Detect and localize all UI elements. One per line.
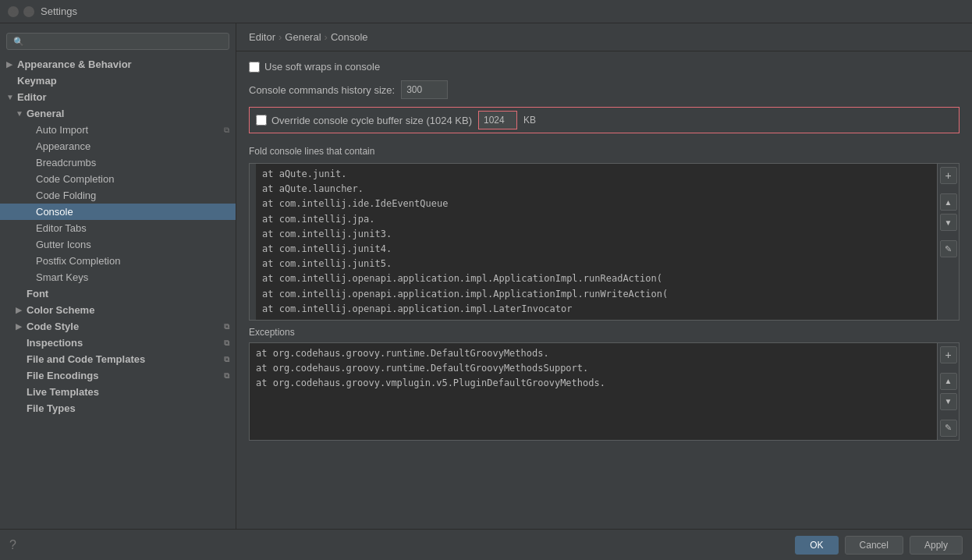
sidebar-item-label: Gutter Icons <box>36 239 91 250</box>
soft-wraps-checkbox-label[interactable]: Use soft wraps in console <box>249 61 380 73</box>
arrow-icon: ▶ <box>6 60 14 69</box>
sidebar-item-label: Appearance & Behavior <box>17 58 132 70</box>
footer: ? OK Cancel Apply <box>0 529 972 560</box>
soft-wraps-row: Use soft wraps in console <box>249 61 960 73</box>
window-controls: ✕ — <box>8 6 34 17</box>
search-input[interactable] <box>27 36 222 47</box>
soft-wraps-checkbox[interactable] <box>249 62 260 73</box>
sidebar-item-label: Smart Keys <box>36 271 88 283</box>
fold-list-item: at com.intellij.junit4. <box>262 242 931 257</box>
exc-scrollbar-up[interactable]: ▲ <box>940 373 957 390</box>
history-size-label: Console commands history size: <box>249 84 395 96</box>
fold-list-item: at aQute.junit. <box>262 167 931 182</box>
sidebar-item-label: Live Templates <box>27 386 99 398</box>
breadcrumb-sep2: › <box>325 31 328 43</box>
sidebar-item-live-templates[interactable]: Live Templates <box>0 384 236 400</box>
sidebar-item-file-code-templates[interactable]: File and Code Templates ⧉ <box>0 351 236 367</box>
sidebar-item-code-completion[interactable]: Code Completion <box>0 171 236 187</box>
sidebar-item-label: General <box>27 108 64 119</box>
cycle-buffer-checkbox[interactable] <box>256 115 267 126</box>
sidebar-item-inspections[interactable]: Inspections ⧉ <box>0 335 236 351</box>
content-area: Editor › General › Console Use soft wrap… <box>236 23 972 529</box>
sidebar-item-appearance[interactable]: Appearance <box>0 138 236 154</box>
exceptions-list-area[interactable]: at org.codehaus.groovy.runtime.DefaultGr… <box>250 343 937 440</box>
fold-section-title: Fold console lines that contain <box>249 141 960 161</box>
sidebar-item-label: Console <box>36 206 73 218</box>
sidebar-item-postfix-completion[interactable]: Postfix Completion <box>0 253 236 269</box>
copy-icon: ⧉ <box>224 371 229 381</box>
sidebar-item-label: Postfix Completion <box>36 255 120 267</box>
breadcrumb-general: General <box>285 31 321 43</box>
footer-buttons: OK Cancel Apply <box>795 536 963 555</box>
fold-list-item: at com.intellij.ide.IdeEventQueue <box>262 197 931 211</box>
copy-icon: ⧉ <box>224 338 229 348</box>
kb-label: KB <box>523 115 536 126</box>
sidebar-item-editor[interactable]: ▼ Editor <box>0 89 236 105</box>
add-exception-button[interactable]: + <box>940 346 957 363</box>
sidebar-item-label: Font <box>27 288 48 299</box>
sidebar-item-breadcrumbs[interactable]: Breadcrumbs <box>0 154 236 171</box>
breadcrumb-editor: Editor <box>249 31 275 43</box>
exception-list-item: at org.codehaus.groovy.runtime.DefaultGr… <box>256 346 931 361</box>
sidebar-item-appearance-behavior[interactable]: ▶ Appearance & Behavior <box>0 56 236 73</box>
exceptions-container: at org.codehaus.groovy.runtime.DefaultGr… <box>249 342 960 441</box>
edit-fold-button[interactable]: ✎ <box>940 240 957 257</box>
sidebar-item-editor-tabs[interactable]: Editor Tabs <box>0 220 236 236</box>
fold-section: Fold console lines that contain at aQute… <box>249 141 960 321</box>
cycle-buffer-input[interactable] <box>478 111 517 129</box>
sidebar-item-color-scheme[interactable]: ▶ Color Scheme <box>0 302 236 318</box>
fold-list-item: at com.intellij.junit5. <box>262 257 931 271</box>
minimize-button[interactable]: — <box>23 6 34 17</box>
cycle-buffer-checkbox-label[interactable]: Override console cycle buffer size (1024… <box>256 115 472 126</box>
sidebar-item-file-types[interactable]: File Types <box>0 400 236 416</box>
exc-scrollbar-down[interactable]: ▼ <box>940 393 957 410</box>
fold-list-item: at com.intellij.openapi.application.impl… <box>262 271 931 286</box>
fold-list-area[interactable]: at aQute.junit.at aQute.launcher.at com.… <box>256 164 937 320</box>
copy-icon: ⧉ <box>224 126 229 135</box>
fold-scrollbar-left <box>250 164 256 320</box>
sidebar-item-font[interactable]: Font <box>0 285 236 302</box>
sidebar-item-keymap[interactable]: Keymap <box>0 73 236 89</box>
sidebar-item-label: Breadcrumbs <box>36 157 96 168</box>
settings-content: Use soft wraps in console Console comman… <box>236 51 972 529</box>
sidebar-item-label: Editor Tabs <box>36 222 87 234</box>
sidebar-item-label: Appearance <box>36 140 90 152</box>
close-button[interactable]: ✕ <box>8 6 19 17</box>
sidebar-item-code-folding[interactable]: Code Folding <box>0 187 236 204</box>
sidebar-item-label: File Encodings <box>27 370 98 381</box>
add-fold-button[interactable]: + <box>940 167 957 184</box>
cancel-button[interactable]: Cancel <box>845 536 903 555</box>
sidebar-item-smart-keys[interactable]: Smart Keys <box>0 269 236 285</box>
fold-side-buttons: + ▲ ▼ ✎ <box>937 164 959 320</box>
copy-icon: ⧉ <box>224 355 229 364</box>
sidebar-item-gutter-icons[interactable]: Gutter Icons <box>0 236 236 253</box>
sidebar-item-general[interactable]: ▼ General <box>0 105 236 122</box>
sidebar-item-file-encodings[interactable]: File Encodings ⧉ <box>0 367 236 384</box>
arrow-icon: ▼ <box>16 109 23 118</box>
breadcrumb: Editor › General › Console <box>236 23 972 51</box>
fold-list-item: at com.intellij.openapi.application.impl… <box>262 302 931 317</box>
search-box[interactable]: 🔍 <box>6 33 229 50</box>
ok-button[interactable]: OK <box>795 536 838 555</box>
soft-wraps-label: Use soft wraps in console <box>264 61 380 73</box>
fold-list-item: at com.intellij.jpa. <box>262 212 931 227</box>
exceptions-side-buttons: + ▲ ▼ ✎ <box>937 343 959 440</box>
apply-button[interactable]: Apply <box>910 536 963 555</box>
sidebar-item-code-style[interactable]: ▶ Code Style ⧉ <box>0 318 236 335</box>
scrollbar-up[interactable]: ▲ <box>940 193 957 211</box>
sidebar-item-label: Auto Import <box>36 124 88 136</box>
exceptions-section: Exceptions at org.codehaus.groovy.runtim… <box>249 327 960 441</box>
edit-exception-button[interactable]: ✎ <box>940 420 957 437</box>
history-size-input[interactable] <box>401 80 448 99</box>
sidebar-item-label: File and Code Templates <box>27 353 145 365</box>
sidebar-item-label: Code Style <box>27 321 79 332</box>
sidebar-item-label: Inspections <box>27 337 83 349</box>
sidebar-item-label: Editor <box>17 91 47 103</box>
window-title: Settings <box>41 5 77 17</box>
sidebar-item-label: File Types <box>27 402 76 414</box>
scrollbar-down[interactable]: ▼ <box>940 214 957 231</box>
sidebar-item-auto-import[interactable]: Auto Import ⧉ <box>0 122 236 138</box>
title-bar: ✕ — Settings <box>0 0 972 23</box>
help-button[interactable]: ? <box>9 538 16 552</box>
sidebar-item-console[interactable]: Console <box>0 204 236 220</box>
